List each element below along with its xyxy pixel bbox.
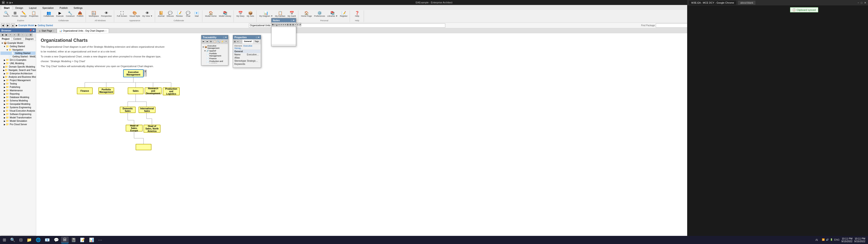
properties-maximize[interactable]: □ bbox=[256, 36, 257, 39]
trace-btn-help[interactable]: ? bbox=[224, 40, 228, 43]
tree-item-model-transform[interactable]: ▶ 📁 Model Transformation bbox=[0, 116, 35, 119]
notes-textarea[interactable] bbox=[272, 27, 296, 44]
tree-item-model-sim[interactable]: ▶ 📁 Model Simulation bbox=[0, 119, 35, 123]
prop-btn-3[interactable]: ⋯ bbox=[240, 40, 242, 43]
browser-tool-add[interactable]: + bbox=[8, 33, 12, 37]
ribbon-tab-publish[interactable]: Publish bbox=[57, 5, 70, 10]
my-gantt-btn[interactable]: 📅 My Gantt bbox=[287, 11, 297, 18]
nav-back-btn[interactable]: ◀ bbox=[1, 24, 5, 28]
discuss-btn[interactable]: 💬 Discuss bbox=[166, 11, 175, 18]
construct-btn[interactable]: 🔧 Construct bbox=[65, 11, 75, 18]
taskbar-onenote[interactable]: 📓 bbox=[69, 237, 78, 243]
orgchart-tab-close[interactable]: × bbox=[105, 30, 106, 32]
libraries-btn[interactable]: 📚 Libraries ▼ bbox=[327, 11, 339, 18]
ribbon-tab-specialize[interactable]: Specialize bbox=[39, 5, 57, 10]
taskbar-start[interactable]: ⊞ bbox=[1, 237, 8, 243]
taskbar-clock2[interactable]: 10:11 PM 9/15/2022 bbox=[854, 237, 865, 243]
notes-del[interactable]: × bbox=[297, 23, 299, 26]
notes-list1[interactable]: ⊞ bbox=[287, 23, 289, 26]
tree-item-analysis[interactable]: ▶ 📁 Analysis and Business Modeling bbox=[0, 75, 35, 79]
tree-item-pro-cloud[interactable]: ▶ 📁 Pro Cloud Server bbox=[0, 123, 35, 126]
browser-tab-project[interactable]: Project bbox=[0, 37, 11, 41]
notes-add[interactable]: + bbox=[295, 23, 296, 26]
browser-tool-del[interactable]: × bbox=[13, 33, 16, 37]
trace-item-executive[interactable]: ▼ 📦 Executive Management bbox=[202, 44, 228, 50]
taskbar-outlook[interactable]: 📧 bbox=[43, 237, 52, 243]
model-library-btn[interactable]: 📚 Model Library bbox=[218, 11, 232, 18]
search-ribbon-btn[interactable]: 🔍 Search bbox=[2, 11, 11, 18]
taskbar-more[interactable]: ⋯ bbox=[96, 237, 104, 243]
trace-item-finance[interactable]: 📄 Finance bbox=[202, 57, 228, 60]
tree-item-example-model[interactable]: ▼ 📦 Example Model bbox=[0, 41, 35, 45]
org-node-international-sales[interactable]: International Sales bbox=[138, 106, 156, 113]
second-monitor-tab-blank[interactable]: about:blank bbox=[738, 1, 755, 5]
nav-up-btn[interactable]: ▲ bbox=[11, 24, 15, 28]
prop-tab-general[interactable]: General bbox=[243, 40, 253, 43]
org-node-rd[interactable]: Research and Development bbox=[145, 87, 162, 94]
org-node-executive[interactable]: Executive Management ☰ ⋯ bbox=[123, 69, 144, 77]
browser-pin-btn[interactable]: 📌 bbox=[29, 29, 32, 32]
browser-tool-forward[interactable]: ▶ bbox=[4, 33, 8, 37]
browser-tool-up[interactable]: ↑ bbox=[21, 33, 24, 37]
tree-item-uml[interactable]: ▶ 📁 UML Modeling bbox=[0, 62, 35, 65]
tree-item-getting-started-webea[interactable]: 📄 Getting Started - WebEA bbox=[0, 55, 35, 58]
taskbar-teams[interactable]: 💬 bbox=[52, 237, 61, 243]
nav-forward-btn[interactable]: ▶ bbox=[6, 24, 10, 28]
diagram-tab-start[interactable]: ▷ Start Page × bbox=[37, 28, 57, 33]
prop-btn-2[interactable]: ≡ bbox=[237, 40, 239, 43]
traceability-close[interactable]: ✕ bbox=[225, 36, 227, 39]
tree-item-database[interactable]: ▶ 📁 Database Modeling bbox=[0, 96, 35, 99]
publish-btn[interactable]: 📤 Publish bbox=[76, 11, 85, 18]
myview-btn[interactable]: 👁 My View ▼ bbox=[141, 11, 153, 18]
notes-list2[interactable]: ⊞ bbox=[289, 23, 291, 26]
taskbar-clock[interactable]: 10:11 PM 9/15/2022 bbox=[841, 237, 852, 243]
notes-maximize[interactable]: □ bbox=[291, 19, 292, 22]
tree-item-ea11[interactable]: ▶ 📁 EA 11 Examples bbox=[0, 58, 35, 62]
prop-btn-1[interactable]: ⊞ bbox=[234, 40, 236, 43]
prop-tab-tags[interactable]: Tags bbox=[253, 40, 260, 43]
org-node-sales[interactable]: Sales bbox=[128, 87, 144, 94]
portals-ribbon-btn[interactable]: ⊞ Portals bbox=[11, 11, 19, 18]
taskbar-excel[interactable]: 📊 bbox=[87, 237, 96, 243]
browser-close-btn[interactable]: ✕ bbox=[33, 29, 35, 32]
breadcrumb-example[interactable]: Example Model bbox=[19, 24, 34, 27]
tree-item-visual-exec[interactable]: ▶ 📁 Visual Execution Analysis bbox=[0, 109, 35, 113]
taskbar-chrome[interactable]: 🌐 bbox=[34, 237, 42, 243]
browser-tool-grid[interactable]: ⊞ bbox=[29, 33, 33, 37]
my-kanban-btn[interactable]: 📋 My Kanban bbox=[274, 11, 286, 18]
chat-btn[interactable]: 💬 Chat bbox=[184, 11, 192, 18]
trace-btn-forward[interactable]: ➡ bbox=[206, 40, 209, 43]
design-ribbon-btn[interactable]: ✏️ Design bbox=[20, 11, 28, 18]
org-node-portfolio[interactable]: Portfolio Management bbox=[98, 87, 114, 94]
notes-indent[interactable]: ⊞ bbox=[292, 23, 294, 26]
notes-align-right[interactable]: ≡ bbox=[285, 23, 286, 26]
tree-item-project-mgmt[interactable]: ▶ 📁 Project Management bbox=[0, 79, 35, 82]
execute-btn[interactable]: ▶ Execute bbox=[55, 11, 65, 18]
org-node-finance[interactable]: Finance bbox=[77, 87, 93, 94]
second-monitor-maximize[interactable]: □ bbox=[861, 1, 862, 4]
perspective-btn[interactable]: 👁 Perspective bbox=[100, 11, 113, 18]
visual-style-btn[interactable]: 🎨 Visual Style bbox=[129, 11, 141, 18]
tree-item-domain[interactable]: ▶ 📁 Domain Specific Modeling bbox=[0, 65, 35, 68]
my-diary-btn[interactable]: 📅 My Diary bbox=[236, 11, 246, 18]
notes-italic[interactable]: I bbox=[274, 23, 276, 26]
properties-ribbon-btn[interactable]: 📋 Properties bbox=[28, 11, 39, 18]
browser-tool-down[interactable]: ↓ bbox=[25, 33, 29, 37]
tree-item-navigate[interactable]: ▶ 📁 Navigate, Search and Trace bbox=[0, 68, 35, 72]
ribbon-tab-settings[interactable]: Settings bbox=[71, 5, 86, 10]
browser-tool-menu[interactable]: ☰ bbox=[17, 33, 20, 37]
trace-btn-copy[interactable]: 📋 bbox=[213, 40, 217, 43]
trace-item-portfolio[interactable]: 📄 Portfolio Management bbox=[202, 52, 228, 57]
second-monitor-minimize[interactable]: − bbox=[858, 1, 859, 4]
trace-item-pl[interactable]: 📄 Production and Logistics bbox=[202, 60, 228, 63]
browser-tab-diagram[interactable]: Diagram bbox=[23, 37, 36, 41]
review-btn[interactable]: 📝 Review bbox=[175, 11, 184, 18]
properties-close[interactable]: ✕ bbox=[258, 36, 259, 39]
tree-item-getting-started-folder[interactable]: ▼ 📁 Getting Started bbox=[0, 45, 35, 48]
node-tool-2[interactable]: ⋯ bbox=[144, 73, 147, 77]
workspace-btn[interactable]: 🪟 Workspace bbox=[88, 11, 100, 18]
notes-bold[interactable]: B bbox=[272, 23, 274, 26]
taskbar-search[interactable]: 🔍 bbox=[8, 237, 17, 243]
taskbar-ea[interactable]: 🏛 bbox=[61, 237, 69, 243]
trace-btn-back[interactable]: ⬅ bbox=[202, 40, 205, 43]
